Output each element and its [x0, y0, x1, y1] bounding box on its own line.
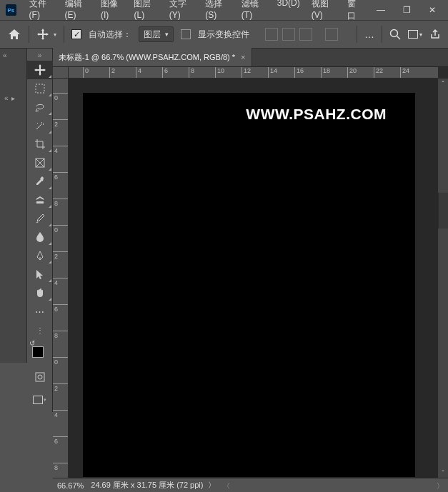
- ruler-h-tick: 18: [321, 67, 330, 79]
- ruler-v-tick: 6: [53, 436, 69, 446]
- menu-view[interactable]: 视图(V): [306, 0, 342, 25]
- svg-rect-9: [34, 396, 43, 404]
- ruler-v-tick: 2: [53, 119, 69, 129]
- document-dimensions[interactable]: 24.69 厘米 x 31.75 厘米 (72 ppi) 〉: [91, 480, 215, 491]
- pen-tool[interactable]: [27, 246, 53, 265]
- menu-type[interactable]: 文字(Y): [164, 0, 200, 25]
- menu-filter[interactable]: 滤镜(T): [236, 0, 272, 25]
- move-tool-icon[interactable]: [36, 28, 49, 41]
- brush-tool[interactable]: [27, 209, 53, 228]
- document-tab-bar: 未标题-1 @ 66.7% (WWW.PSAHZ.COM, RGB/8) * ×: [53, 49, 448, 67]
- ruler-h-tick: 16: [294, 67, 304, 79]
- show-transform-checkbox[interactable]: [181, 29, 191, 39]
- window-maximize-button[interactable]: ❐: [394, 3, 419, 17]
- lasso-tool[interactable]: [27, 98, 53, 116]
- menu-bar: 文件(F) 编辑(E) 图像(I) 图层(L) 文字(Y) 选择(S) 滤镜(T…: [24, 0, 368, 25]
- canvas-viewport[interactable]: WWW.PSAHZ.COM: [69, 79, 438, 478]
- chevron-down-icon: ▾: [165, 31, 169, 38]
- distribute-button[interactable]: [325, 28, 338, 41]
- separator: [382, 26, 382, 43]
- horizontal-scrollbar[interactable]: 〈 〉: [223, 481, 444, 490]
- more-options-button[interactable]: …: [364, 29, 374, 40]
- ruler-v-tick: 8: [53, 199, 69, 208]
- menu-select[interactable]: 选择(S): [199, 0, 236, 25]
- screen-mode-tool-button[interactable]: ▾: [27, 391, 53, 409]
- dropdown-value: 图层: [144, 29, 161, 41]
- status-bar: 66.67% 24.69 厘米 x 31.75 厘米 (72 ppi) 〉 〈 …: [53, 478, 448, 492]
- svg-rect-2: [409, 31, 418, 39]
- canvas[interactable]: WWW.PSAHZ.COM: [83, 93, 415, 477]
- scroll-right-icon[interactable]: 〉: [437, 481, 444, 491]
- ruler-v-tick: 4: [53, 146, 69, 155]
- align-right-button[interactable]: [299, 28, 312, 41]
- ruler-v-tick: 0: [53, 357, 69, 366]
- magic-wand-tool[interactable]: [27, 116, 53, 135]
- panel-chevron-icon[interactable]: ▸: [11, 94, 15, 102]
- scroll-up-icon[interactable]: ˆ: [438, 79, 448, 89]
- menu-file[interactable]: 文件(F): [24, 0, 59, 25]
- search-icon[interactable]: [389, 29, 401, 40]
- ruler-h-tick: 0: [83, 67, 89, 79]
- crop-tool[interactable]: [27, 135, 53, 154]
- vertical-scrollbar[interactable]: ˆ ˇ: [438, 79, 448, 478]
- edit-toolbar-button[interactable]: ⋮: [27, 321, 53, 339]
- align-center-button[interactable]: [282, 28, 295, 41]
- expand-mini-icon[interactable]: «: [4, 94, 9, 102]
- auto-select-label: 自动选择：: [89, 29, 131, 41]
- panel-dock-right[interactable]: [438, 193, 448, 229]
- svg-rect-7: [36, 373, 44, 381]
- window-controls: — ❐ ✕: [368, 3, 445, 17]
- ruler-origin[interactable]: [53, 67, 69, 79]
- menu-layer[interactable]: 图层(L): [128, 0, 163, 25]
- menu-image[interactable]: 图像(I): [95, 0, 128, 25]
- share-icon[interactable]: [429, 29, 441, 40]
- menu-edit[interactable]: 编辑(E): [59, 0, 96, 25]
- move-tool[interactable]: [27, 61, 53, 79]
- document-area: 未标题-1 @ 66.7% (WWW.PSAHZ.COM, RGB/8) * ×…: [53, 49, 448, 492]
- separator: [29, 26, 29, 43]
- frame-tool[interactable]: [27, 154, 53, 172]
- scroll-down-icon[interactable]: ˇ: [438, 468, 448, 478]
- vertical-ruler[interactable]: 024680246802468: [53, 79, 69, 478]
- quick-mask-button[interactable]: [27, 368, 53, 386]
- menu-window[interactable]: 窗口: [342, 0, 368, 25]
- ruler-h-tick: 10: [215, 67, 224, 79]
- tool-preset-dropdown-icon[interactable]: ▾: [54, 31, 56, 38]
- auto-select-checkbox[interactable]: ✓: [71, 29, 81, 39]
- svg-line-1: [397, 36, 401, 40]
- clone-stamp-tool[interactable]: [27, 191, 53, 209]
- hand-tool[interactable]: [27, 283, 53, 302]
- screen-mode-button[interactable]: ▾: [408, 30, 422, 39]
- path-selection-tool[interactable]: [27, 265, 53, 283]
- ruler-v-tick: 4: [53, 278, 69, 287]
- svg-rect-3: [36, 84, 44, 93]
- ruler-h-tick: 2: [109, 67, 115, 79]
- panel-dock-left[interactable]: « «▸: [0, 49, 27, 363]
- align-left-button[interactable]: [265, 28, 278, 41]
- window-close-button[interactable]: ✕: [419, 3, 445, 17]
- expand-dock-icon[interactable]: «: [0, 49, 26, 62]
- window-minimize-button[interactable]: —: [368, 3, 394, 17]
- svg-point-0: [391, 30, 398, 37]
- color-swatches[interactable]: ↺: [31, 342, 49, 363]
- document-tab[interactable]: 未标题-1 @ 66.7% (WWW.PSAHZ.COM, RGB/8) * ×: [53, 48, 252, 66]
- home-button[interactable]: [7, 28, 21, 41]
- collapse-toolbar-icon[interactable]: »: [38, 51, 42, 59]
- close-tab-icon[interactable]: ×: [241, 53, 245, 61]
- document-tab-title: 未标题-1 @ 66.7% (WWW.PSAHZ.COM, RGB/8) *: [59, 52, 235, 63]
- zoom-level[interactable]: 66.67%: [57, 481, 84, 490]
- menu-3d[interactable]: 3D(D): [272, 0, 306, 25]
- scroll-left-icon[interactable]: 〈: [223, 481, 230, 491]
- ruler-v-tick: 8: [53, 331, 69, 340]
- ruler-v-tick: 0: [53, 93, 69, 102]
- ruler-h-tick: 14: [268, 67, 277, 79]
- horizontal-ruler[interactable]: 024681012141618202224: [69, 67, 438, 79]
- foreground-color-swatch[interactable]: [32, 346, 44, 358]
- auto-select-target-dropdown[interactable]: 图层 ▾: [139, 26, 174, 42]
- eyedropper-tool[interactable]: [27, 172, 53, 191]
- marquee-tool[interactable]: [27, 79, 53, 98]
- canvas-watermark-text: WWW.PSAHZ.COM: [246, 106, 387, 123]
- blur-tool[interactable]: [27, 228, 53, 246]
- title-bar: Ps 文件(F) 编辑(E) 图像(I) 图层(L) 文字(Y) 选择(S) 滤…: [0, 0, 448, 20]
- more-tools-button[interactable]: ⋯: [27, 302, 53, 321]
